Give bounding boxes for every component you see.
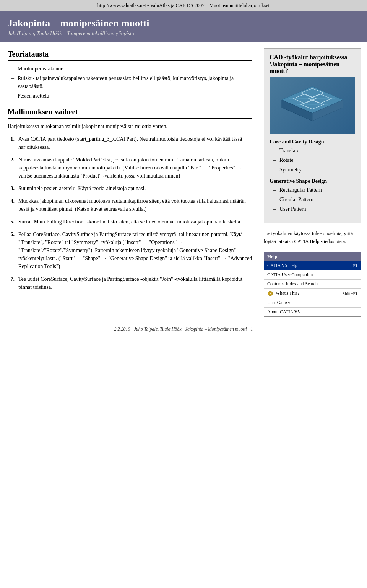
whats-this-icon: ? <box>267 290 273 296</box>
step-text-3: Suunnittele pesien asettelu. Käytä teori… <box>18 184 252 192</box>
step-4: 4. Muokkaa jakopinnan ulkoreunat muotoav… <box>8 197 252 213</box>
mallinnuksen-intro: Harjoituksessa muokataan valmiit jakopin… <box>8 122 252 130</box>
list-item: Translate <box>273 147 355 155</box>
step-number-4: 4. <box>8 197 15 213</box>
core-cavity-section: Core and Cavity Design Translate Rotate … <box>270 139 355 174</box>
cad-image <box>270 77 355 134</box>
help-item-0[interactable]: CATIA V5 Help F1 <box>264 261 361 270</box>
page-header: http://www.valuatlas.net - ValuAtlas ja … <box>0 0 367 11</box>
step-text-1: Avaa CATIA part tiedosto (start_parting_… <box>18 135 252 151</box>
help-item-1[interactable]: CATIA User Companion <box>264 270 361 280</box>
help-item-label-0: CATIA V5 Help <box>267 263 297 269</box>
generative-shape-section: Generative Shape Design Rectangular Patt… <box>270 178 355 213</box>
step-3: 3. Suunnittele pesien asettelu. Käytä te… <box>8 184 252 192</box>
step-7: 7. Tee uudet CoreSurface, CavitySurface … <box>8 275 252 291</box>
list-item: Rotate <box>273 156 355 164</box>
help-item-3[interactable]: ? What's This? Shift+F1 <box>264 289 361 298</box>
list-item: Circular Pattern <box>273 195 355 204</box>
svg-text:?: ? <box>270 292 271 296</box>
list-item: Pesien asettelu <box>11 92 252 100</box>
main-content: Teoriatausta Muotin perusrakenne Ruisku-… <box>0 42 367 323</box>
step-6: 6. Peilaa CoreSurface, CavitySurface ja … <box>8 230 252 270</box>
help-item-shortcut-3: Shift+F1 <box>343 291 357 296</box>
page-subtitle: JuhoTaipale, Tuula Höök – Tampereen tekn… <box>8 31 359 37</box>
list-item: Symmetry <box>273 166 355 174</box>
step-5: 5. Siirrä "Main Pulling Direction" -koor… <box>8 218 252 226</box>
step-text-4: Muokkaa jakopinnan ulkoreunat muotoava r… <box>18 197 252 213</box>
core-cavity-list: Translate Rotate Symmetry <box>270 147 355 174</box>
step-number-3: 3. <box>8 184 15 192</box>
mallinnuksen-section: Mallinnuksen vaiheet Harjoituksessa muok… <box>8 108 252 291</box>
help-menu-header: Help <box>264 252 361 261</box>
page-footer: 2.2.2010 - Juho Taipale, Tuula Höök - Ja… <box>0 323 367 335</box>
list-item: Rectangular Pattern <box>273 186 355 194</box>
step-number-2: 2. <box>8 156 15 180</box>
generative-shape-heading: Generative Shape Design <box>270 178 355 184</box>
left-column: Teoriatausta Muotin perusrakenne Ruisku-… <box>0 42 260 323</box>
help-menu-box: Help CATIA V5 Help F1 CATIA User Compani… <box>264 252 361 317</box>
mallinnuksen-heading: Mallinnuksen vaiheet <box>8 108 252 119</box>
help-item-2[interactable]: Contents, Index and Search <box>264 280 361 289</box>
teoriatausta-heading: Teoriatausta <box>8 50 252 61</box>
core-cavity-heading: Core and Cavity Design <box>270 139 355 145</box>
step-text-6: Peilaa CoreSurface, CavitySurface ja Par… <box>18 230 252 270</box>
cad-tools-box: CAD -työkalut harjoituksessa 'Jakopinta … <box>264 48 361 223</box>
help-item-label-4: User Galaxy <box>267 300 290 306</box>
step-text-7: Tee uudet CoreSurface, CavitySurface ja … <box>18 275 252 291</box>
right-column: CAD -työkalut harjoituksessa 'Jakopinta … <box>260 42 367 323</box>
list-item: Muotin perusrakenne <box>11 65 252 73</box>
help-item-shortcut-0: F1 <box>353 263 357 268</box>
help-item-label-2: Contents, Index and Search <box>267 281 318 287</box>
info-text: Jos työkalujen käytössä tulee ongelmia, … <box>264 230 361 246</box>
help-item-4[interactable]: User Galaxy <box>264 298 361 308</box>
cad-tools-heading: CAD -työkalut harjoituksessa 'Jakopinta … <box>270 54 355 75</box>
step-number-1: 1. <box>8 135 15 151</box>
header-url: http://www.valuatlas.net - ValuAtlas ja … <box>97 2 270 8</box>
list-item: Ruisku- tai painevalukappaleen rakenteen… <box>11 74 252 90</box>
list-item: User Pattern <box>273 205 355 213</box>
help-item-5[interactable]: About CATIA V5 <box>264 308 361 316</box>
title-bar: Jakopinta – monipesäinen muotti JuhoTaip… <box>0 11 367 42</box>
step-number-7: 7. <box>8 275 15 291</box>
step-number-6: 6. <box>8 230 15 270</box>
steps-list: 1. Avaa CATIA part tiedosto (start_parti… <box>8 135 252 291</box>
help-item-label-5: About CATIA V5 <box>267 309 300 315</box>
generative-shape-list: Rectangular Pattern Circular Pattern Use… <box>270 186 355 213</box>
teoriatausta-section: Teoriatausta Muotin perusrakenne Ruisku-… <box>8 50 252 100</box>
step-text-2: Nimeä avaamasi kappale "MoldedPart":ksi,… <box>18 156 252 180</box>
help-item-label-3: What's This? <box>276 290 299 296</box>
footer-text: 2.2.2010 - Juho Taipale, Tuula Höök - Ja… <box>114 326 253 332</box>
page-title: Jakopinta – monipesäinen muotti <box>8 18 359 29</box>
teoriatausta-list: Muotin perusrakenne Ruisku- tai paineval… <box>8 65 252 100</box>
help-item-label-1: CATIA User Companion <box>267 272 313 278</box>
step-1: 1. Avaa CATIA part tiedosto (start_parti… <box>8 135 252 151</box>
step-text-5: Siirrä "Main Pulling Direction" -koordin… <box>18 218 252 226</box>
step-2: 2. Nimeä avaamasi kappale "MoldedPart":k… <box>8 156 252 180</box>
step-number-5: 5. <box>8 218 15 226</box>
